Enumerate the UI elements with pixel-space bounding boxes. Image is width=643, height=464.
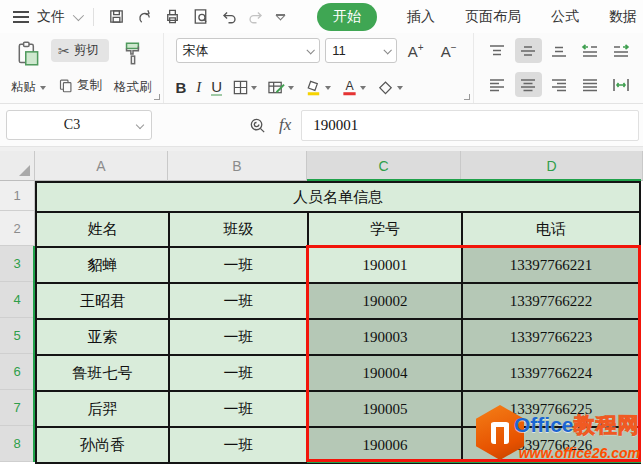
- cell-a4[interactable]: 王昭君: [37, 284, 170, 320]
- name-box-dropdown-icon[interactable]: [136, 121, 144, 129]
- cell-style-button[interactable]: [267, 79, 294, 96]
- cell-b3[interactable]: 一班: [170, 248, 309, 284]
- cell-b8[interactable]: 一班: [170, 428, 309, 464]
- font-color-dropdown-arrow[interactable]: [360, 86, 366, 90]
- row-header-1[interactable]: 1: [0, 181, 35, 211]
- clipboard-dialog-launcher[interactable]: [154, 94, 160, 100]
- print-button[interactable]: [160, 5, 184, 29]
- row-header-7[interactable]: 7: [0, 390, 35, 426]
- column-header-c[interactable]: C: [307, 151, 461, 181]
- save-icon: [107, 7, 126, 26]
- clear-format-dropdown-arrow[interactable]: [397, 86, 403, 90]
- borders-dropdown-arrow[interactable]: [251, 86, 257, 90]
- cell-b7[interactable]: 一班: [170, 392, 309, 428]
- toolbar-more-chevron-icon[interactable]: [276, 14, 285, 19]
- file-menu[interactable]: 文件: [37, 8, 65, 26]
- paste-label: 粘贴: [11, 79, 36, 96]
- decrease-indent-icon: [581, 43, 599, 59]
- copy-label: 复制: [77, 77, 102, 94]
- font-dialog-launcher[interactable]: [464, 94, 470, 100]
- export-button[interactable]: [132, 5, 156, 29]
- tab-home[interactable]: 开始: [317, 3, 377, 31]
- align-right-button[interactable]: [546, 72, 573, 97]
- increase-indent-button[interactable]: [608, 38, 635, 63]
- align-top-button[interactable]: [484, 38, 511, 63]
- select-all-corner[interactable]: [0, 151, 35, 181]
- cell-b5[interactable]: 一班: [170, 320, 309, 356]
- cell-merged-title[interactable]: 人员名单信息: [37, 183, 641, 213]
- increase-font-button[interactable]: A+: [402, 42, 430, 60]
- row-header-8[interactable]: 8: [0, 426, 35, 462]
- redo-button[interactable]: [244, 5, 268, 29]
- tab-data[interactable]: 数据: [609, 8, 637, 26]
- ribbon-tabs: 开始 插入 页面布局 公式 数据: [317, 3, 637, 31]
- align-left-button[interactable]: [484, 72, 511, 97]
- align-bottom-button[interactable]: [546, 38, 573, 63]
- cell-b4[interactable]: 一班: [170, 284, 309, 320]
- decrease-font-button[interactable]: A−: [435, 42, 463, 60]
- font-size-value: 11: [332, 43, 346, 58]
- paste-icon: [16, 40, 42, 68]
- align-right-icon: [550, 77, 568, 93]
- cell-b6[interactable]: 一班: [170, 356, 309, 392]
- cell-a3[interactable]: 貂蝉: [37, 248, 170, 284]
- tab-insert[interactable]: 插入: [407, 8, 435, 26]
- italic-button[interactable]: I: [196, 79, 201, 96]
- borders-button[interactable]: [232, 79, 257, 96]
- font-size-select[interactable]: 11: [325, 38, 397, 63]
- hamburger-menu-icon[interactable]: [13, 11, 29, 23]
- cell-c2[interactable]: 学号: [309, 213, 463, 248]
- save-button[interactable]: [104, 5, 128, 29]
- cell-a8[interactable]: 孙尚香: [37, 428, 170, 464]
- paste-dropdown-arrow[interactable]: [40, 86, 46, 90]
- align-middle-button[interactable]: [515, 38, 542, 63]
- copy-button[interactable]: 复制: [51, 74, 109, 97]
- fill-color-button[interactable]: [304, 78, 331, 97]
- cell-b2[interactable]: 班级: [170, 213, 309, 248]
- cell-a2[interactable]: 姓名: [37, 213, 170, 248]
- cell-a5[interactable]: 亚索: [37, 320, 170, 356]
- active-cell-reference: C3: [7, 117, 137, 133]
- row-header-5[interactable]: 5: [0, 318, 35, 354]
- underline-button[interactable]: U: [211, 79, 222, 97]
- print-preview-button[interactable]: [188, 5, 212, 29]
- column-header-b[interactable]: B: [168, 151, 307, 181]
- tab-page-layout[interactable]: 页面布局: [465, 8, 521, 26]
- row-header-2[interactable]: 2: [0, 211, 35, 246]
- paste-button[interactable]: 粘贴: [6, 37, 51, 99]
- bold-button[interactable]: B: [176, 79, 187, 96]
- row-header-6[interactable]: 6: [0, 354, 35, 390]
- fill-color-dropdown-arrow[interactable]: [325, 86, 331, 90]
- font-color-button[interactable]: A: [341, 78, 366, 97]
- row-header-4[interactable]: 4: [0, 282, 35, 318]
- name-box[interactable]: C3: [6, 110, 152, 140]
- cell-a7[interactable]: 后羿: [37, 392, 170, 428]
- format-painter-button[interactable]: 格式刷: [109, 37, 157, 99]
- zoom-formula-icon[interactable]: [248, 116, 267, 135]
- file-chevron-down-icon[interactable]: [73, 9, 84, 20]
- copy-icon: [58, 78, 73, 93]
- justify-button[interactable]: [577, 72, 604, 97]
- row-header-3[interactable]: 3: [0, 246, 35, 282]
- font-name-select[interactable]: 宋体: [176, 38, 321, 63]
- decrease-indent-button[interactable]: [577, 38, 604, 63]
- tab-formulas[interactable]: 公式: [551, 8, 579, 26]
- align-center-button[interactable]: [515, 72, 542, 97]
- align-left-icon: [488, 77, 506, 93]
- alignment-group: [473, 33, 643, 103]
- font-name-dropdown-icon: [307, 46, 315, 54]
- undo-button[interactable]: [216, 5, 240, 29]
- cut-button[interactable]: ✂ 剪切: [51, 39, 109, 62]
- column-header-a[interactable]: A: [35, 151, 168, 181]
- insert-function-button[interactable]: fx: [279, 115, 291, 135]
- cut-label: 剪切: [74, 42, 99, 59]
- distribute-button[interactable]: [608, 72, 635, 97]
- column-header-d[interactable]: D: [461, 151, 643, 181]
- cell-a6[interactable]: 鲁班七号: [37, 356, 170, 392]
- formula-input[interactable]: 190001: [301, 110, 639, 141]
- clear-format-button[interactable]: [376, 78, 403, 97]
- export-icon: [135, 7, 154, 26]
- cell-style-dropdown-arrow[interactable]: [288, 86, 294, 90]
- justify-icon: [581, 77, 599, 93]
- cell-d2[interactable]: 电话: [463, 213, 641, 248]
